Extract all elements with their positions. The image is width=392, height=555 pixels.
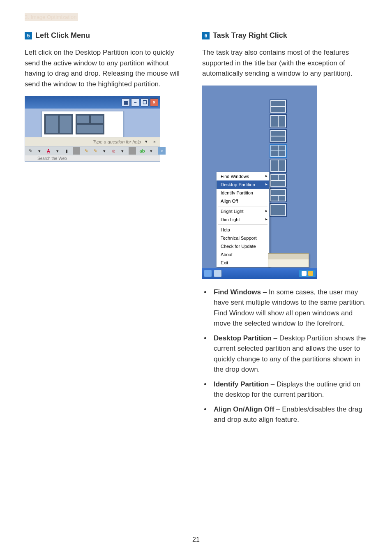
dropdown-icon[interactable]: ▾ (148, 147, 155, 155)
search-icon[interactable] (214, 270, 222, 277)
list-item: Desktop Partition – Desktop Partition sh… (211, 333, 367, 375)
tray-icon[interactable] (302, 271, 307, 276)
menu-desktop-partition[interactable]: Desktop Partition (217, 180, 269, 189)
font-color-button[interactable]: A (45, 147, 52, 155)
help-text[interactable]: Type a question for help (93, 139, 141, 144)
window-titlebar: ▦ − ☐ × (25, 96, 160, 109)
flyout-tile[interactable] (270, 129, 287, 143)
flyout-tile[interactable] (270, 203, 287, 217)
menu-find-windows[interactable]: Find Windows (217, 172, 269, 180)
page-content: 5 Left Click Menu Left click on the Desk… (25, 31, 367, 429)
system-tray[interactable] (299, 270, 316, 277)
dropdown-icon[interactable]: ▾ (54, 147, 61, 155)
flyout-tile[interactable] (270, 188, 287, 202)
page-number: 21 (0, 536, 392, 543)
dropdown-icon[interactable]: ▾ (36, 147, 43, 155)
menu-separator (218, 206, 267, 206)
screenshot-right: Find Windows Desktop Partition Identify … (202, 86, 317, 279)
step-badge-5: 5 (25, 32, 32, 39)
menu-dim-light[interactable]: Dim Light (217, 215, 269, 224)
close-icon[interactable]: × (150, 98, 158, 106)
list-item: Find Windows – In some cases, the user m… (211, 287, 367, 329)
flyout-tile[interactable] (270, 159, 287, 173)
taskbar (202, 268, 317, 279)
close-help-icon[interactable]: × (152, 139, 157, 144)
partition-popover (42, 111, 124, 137)
section-title-left: Left Click Menu (35, 31, 90, 40)
partition-option-2[interactable] (76, 114, 104, 134)
brush2-icon[interactable]: ✎ (92, 147, 99, 155)
separator (73, 147, 80, 155)
bullet-list: Find Windows – In some cases, the user m… (202, 287, 367, 425)
minimize-icon[interactable]: − (131, 98, 139, 106)
left-paragraph: Left click on the Desktop Partition icon… (25, 47, 190, 89)
menu-identify-partition[interactable]: Identify Partition (217, 189, 269, 197)
tray-icon[interactable] (308, 271, 313, 276)
flyout-tile[interactable] (270, 114, 287, 128)
maximize-icon[interactable]: ☐ (141, 98, 149, 106)
context-menu: Find Windows Desktop Partition Identify … (216, 172, 270, 267)
partition-flyout (270, 99, 288, 217)
menu-bright-light[interactable]: Bright Light (217, 207, 269, 215)
section-title-right: Task Tray Right Click (213, 31, 287, 40)
flyout-tile-selected[interactable] (270, 144, 287, 158)
list-item: Identify Partition – Displays the outlin… (211, 379, 367, 400)
brush-icon[interactable]: ✎ (83, 147, 90, 155)
toolbar: ✎ ▾ A ▾ ▮ ✎ ✎ ▾ ⦸ ▾ ab ▾ » (25, 146, 160, 155)
expand-icon[interactable]: » (158, 147, 166, 155)
partition-option-1[interactable] (44, 114, 73, 134)
window-footer: Search the Web (25, 155, 160, 161)
menu-check-update[interactable]: Check for Update (217, 242, 269, 250)
dropdown-icon[interactable]: ▾ (143, 139, 149, 144)
menu-technical-support[interactable]: Technical Support (217, 234, 269, 242)
dropdown-icon[interactable]: ▾ (101, 147, 108, 155)
menu-exit[interactable]: Exit (217, 259, 269, 267)
flyout-tile[interactable] (270, 173, 287, 187)
section-heading-5: 5 Left Click Menu (25, 31, 190, 40)
pencil-icon[interactable]: ✎ (27, 147, 34, 155)
separator (129, 147, 136, 155)
dropdown-icon[interactable]: ▾ (119, 147, 126, 155)
screenshot-left: ▦ − ☐ × Type a question for help ▾ × (25, 96, 160, 162)
section-heading-6: 6 Task Tray Right Click (202, 31, 367, 40)
no-entry-icon[interactable]: ⦸ (110, 147, 117, 155)
right-column: 6 Task Tray Right Click The task tray al… (202, 31, 367, 429)
partition-icon[interactable]: ▦ (122, 98, 130, 106)
left-column: 5 Left Click Menu Left click on the Desk… (25, 31, 190, 429)
menu-separator (218, 224, 267, 225)
menu-about[interactable]: About (217, 250, 269, 259)
fill-icon[interactable]: ▮ (63, 147, 70, 155)
menu-align-off[interactable]: Align Off (217, 197, 269, 205)
menu-help[interactable]: Help (217, 226, 269, 234)
step-badge-6: 6 (202, 32, 210, 39)
right-paragraph: The task tray also contains most of the … (202, 47, 367, 79)
breadcrumb: 3. Image Optimization (25, 13, 78, 21)
flyout-tile[interactable] (270, 99, 287, 113)
ab-button[interactable]: ab (138, 147, 146, 155)
taskbar-button[interactable] (204, 270, 212, 277)
help-bar: Type a question for help ▾ × (25, 137, 160, 146)
list-item: Align On/Align Off – Enables/disables th… (211, 404, 367, 425)
about-dialog (268, 253, 309, 267)
